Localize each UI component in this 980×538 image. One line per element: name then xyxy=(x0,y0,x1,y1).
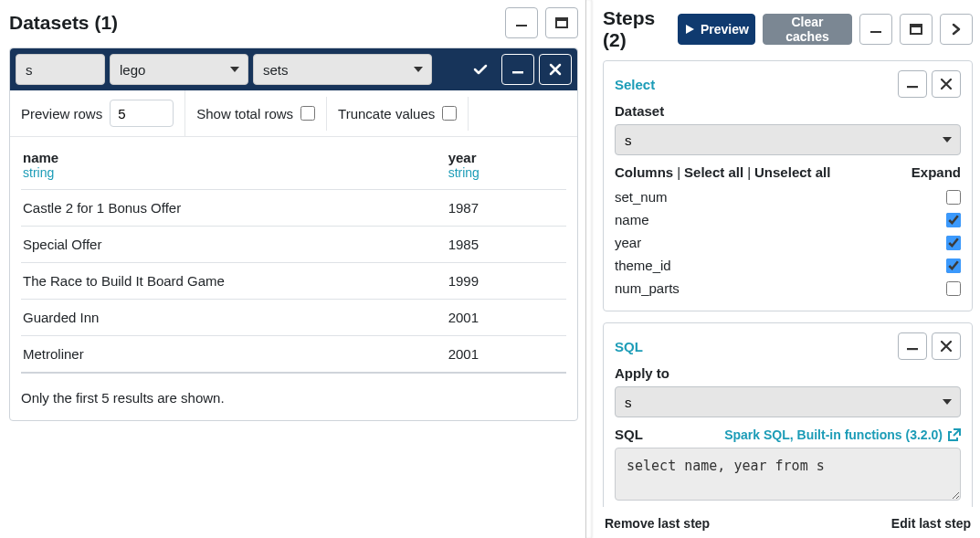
dataset-remove-button[interactable] xyxy=(539,54,572,85)
column-header: year xyxy=(447,146,566,165)
column-header: name xyxy=(21,146,447,165)
svg-rect-4 xyxy=(870,31,881,33)
dataset-toolbar: lego sets xyxy=(10,48,577,90)
step-dataset-select[interactable]: s xyxy=(615,124,961,155)
datasets-maximize-button[interactable] xyxy=(545,7,578,38)
svg-rect-7 xyxy=(907,86,918,88)
sql-textarea[interactable] xyxy=(615,448,961,501)
preview-rows-label: Preview rows xyxy=(21,106,102,121)
select-all-link[interactable]: Select all xyxy=(684,164,743,180)
step-remove-button[interactable] xyxy=(932,332,961,360)
play-icon xyxy=(684,24,695,35)
check-icon xyxy=(472,61,489,78)
sql-docs-link[interactable]: Spark SQL, Built-in functions (3.2.0) xyxy=(724,427,961,442)
table-row: The Race to Build It Board Game1999 xyxy=(21,263,566,300)
dataset-source-select[interactable]: lego xyxy=(110,54,248,85)
table-row: Metroliner2001 xyxy=(21,336,566,374)
unselect-all-link[interactable]: Unselect all xyxy=(754,164,830,180)
steps-pane: Steps (2) Preview Clear caches xyxy=(592,0,980,538)
show-total-rows-label: Show total rows xyxy=(196,106,293,121)
step-title[interactable]: SQL xyxy=(615,339,643,354)
minus-icon xyxy=(869,22,883,37)
svg-rect-6 xyxy=(911,25,922,27)
steps-next-button[interactable] xyxy=(940,14,973,45)
truncate-values-checkbox[interactable] xyxy=(442,106,457,121)
window-icon xyxy=(909,22,923,37)
column-checkbox[interactable] xyxy=(946,281,961,296)
table-row: Special Offer1985 xyxy=(21,227,566,263)
steps-title: Steps (2) xyxy=(603,7,670,51)
steps-minimize-button[interactable] xyxy=(859,14,892,45)
step-sql-card: SQL Apply to xyxy=(603,322,973,507)
step-remove-button[interactable] xyxy=(932,70,961,98)
close-icon xyxy=(941,341,952,352)
minus-icon xyxy=(906,78,919,90)
datasets-pane: Datasets (1) lego xyxy=(0,0,585,538)
column-name: set_num xyxy=(615,189,668,205)
dataset-card: lego sets xyxy=(9,47,578,421)
dataset-confirm-button[interactable] xyxy=(464,54,497,85)
split-handle[interactable] xyxy=(585,0,592,538)
column-row: set_num xyxy=(615,185,961,208)
apply-to-label: Apply to xyxy=(615,365,961,381)
datasets-minimize-button[interactable] xyxy=(505,7,538,38)
close-icon xyxy=(549,63,562,76)
dataset-collapse-button[interactable] xyxy=(501,54,534,85)
clear-caches-button[interactable]: Clear caches xyxy=(763,14,852,45)
dataset-label: Dataset xyxy=(615,103,961,119)
minus-icon xyxy=(906,340,919,353)
step-select-card: Select Dataset xyxy=(603,60,973,311)
minus-icon xyxy=(514,16,529,30)
truncate-values-label: Truncate values xyxy=(338,106,435,121)
edit-last-step-link[interactable]: Edit last step xyxy=(891,516,971,531)
sql-label: SQL xyxy=(615,427,643,442)
dataset-id-input[interactable] xyxy=(16,54,105,85)
table-row: Castle 2 for 1 Bonus Offer1987 xyxy=(21,190,566,227)
column-checkbox[interactable] xyxy=(946,190,961,205)
column-checkbox[interactable] xyxy=(946,213,961,227)
cell-year: 2001 xyxy=(447,336,566,374)
svg-rect-2 xyxy=(556,18,567,21)
preview-footer: Only the first 5 results are shown. xyxy=(10,377,577,420)
svg-rect-0 xyxy=(516,25,527,26)
preview-table: name year string string Castle 2 for 1 B… xyxy=(21,146,566,374)
column-name: num_parts xyxy=(615,280,680,296)
chevron-right-icon xyxy=(950,23,963,36)
column-type[interactable]: string xyxy=(448,165,479,180)
cell-name: Guarded Inn xyxy=(21,300,447,336)
cell-name: Castle 2 for 1 Bonus Offer xyxy=(21,190,447,227)
expand-link[interactable]: Expand xyxy=(912,164,961,180)
apply-to-select[interactable]: s xyxy=(615,386,961,417)
step-collapse-button[interactable] xyxy=(898,332,927,360)
column-type[interactable]: string xyxy=(23,165,54,180)
column-checkbox[interactable] xyxy=(946,258,961,273)
cell-name: Metroliner xyxy=(21,336,447,374)
preview-button[interactable]: Preview xyxy=(678,14,755,45)
external-link-icon xyxy=(948,428,961,441)
column-checkbox[interactable] xyxy=(946,236,961,250)
cell-name: Special Offer xyxy=(21,227,447,263)
show-total-rows-checkbox[interactable] xyxy=(300,106,315,121)
cell-year: 1987 xyxy=(447,190,566,227)
dataset-table-select[interactable]: sets xyxy=(253,54,432,85)
table-row: Guarded Inn2001 xyxy=(21,300,566,336)
column-name: name xyxy=(615,212,649,227)
steps-maximize-button[interactable] xyxy=(900,14,933,45)
step-title[interactable]: Select xyxy=(615,77,655,92)
preview-rows-input[interactable] xyxy=(110,100,174,127)
cell-year: 1985 xyxy=(447,227,566,263)
column-row: name xyxy=(615,208,961,231)
remove-last-step-link[interactable]: Remove last step xyxy=(605,516,710,531)
svg-rect-8 xyxy=(907,348,918,350)
column-row: num_parts xyxy=(615,277,961,300)
dataset-controls: Preview rows Show total rows Truncate va… xyxy=(10,90,577,137)
cell-name: The Race to Build It Board Game xyxy=(21,263,447,300)
column-row: year xyxy=(615,231,961,254)
column-name: theme_id xyxy=(615,258,671,273)
column-name: year xyxy=(615,235,641,250)
minus-icon xyxy=(511,63,524,76)
step-collapse-button[interactable] xyxy=(898,70,927,98)
close-icon xyxy=(941,79,952,90)
svg-rect-3 xyxy=(512,71,523,74)
cell-year: 1999 xyxy=(447,263,566,300)
